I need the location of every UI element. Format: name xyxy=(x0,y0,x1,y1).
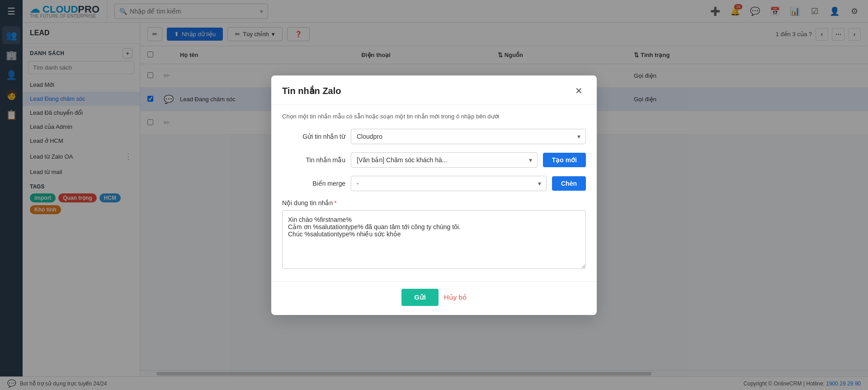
modal-header: Tin nhắn Zalo ✕ xyxy=(271,75,597,105)
modal-footer: Gửi Hủy bỏ xyxy=(271,281,597,315)
cancel-button[interactable]: Hủy bỏ xyxy=(444,293,467,301)
modal-title: Tin nhắn Zalo xyxy=(282,85,341,96)
label-template: Tin nhắn mẫu xyxy=(282,156,345,164)
merge-select[interactable]: - xyxy=(351,176,547,191)
message-textarea[interactable] xyxy=(282,210,586,269)
from-select-wrapper[interactable]: Cloudpro xyxy=(351,129,586,144)
label-from: Gửi tin nhắn từ xyxy=(282,133,345,140)
modal-close-button[interactable]: ✕ xyxy=(571,84,586,98)
insert-merge-button[interactable]: Chèn xyxy=(552,176,586,191)
create-template-button[interactable]: Tạo mới xyxy=(543,153,586,167)
modal-hint: Chọn một tin nhắn mẫu có sẵn hoặc soạn m… xyxy=(282,113,586,120)
template-select[interactable]: [Văn bản] Chăm sóc khách hà... xyxy=(351,152,538,168)
from-select[interactable]: Cloudpro xyxy=(351,129,586,144)
form-row-template: Tin nhắn mẫu [Văn bản] Chăm sóc khách hà… xyxy=(282,152,586,168)
modal-overlay: Tin nhắn Zalo ✕ Chọn một tin nhắn mẫu có… xyxy=(0,0,868,390)
send-button[interactable]: Gửi xyxy=(401,289,439,306)
merge-select-wrapper[interactable]: - xyxy=(351,176,547,191)
modal-body: Chọn một tin nhắn mẫu có sẵn hoặc soạn m… xyxy=(271,105,597,281)
content-label: Nội dung tin nhắn* xyxy=(282,199,586,207)
label-merge: Biến merge xyxy=(282,180,345,187)
form-row-from: Gửi tin nhắn từ Cloudpro xyxy=(282,129,586,144)
content-section: Nội dung tin nhắn* xyxy=(282,199,586,270)
form-row-merge: Biến merge - Chèn xyxy=(282,176,586,191)
zalo-modal: Tin nhắn Zalo ✕ Chọn một tin nhắn mẫu có… xyxy=(271,75,597,315)
template-select-wrapper[interactable]: [Văn bản] Chăm sóc khách hà... xyxy=(351,152,538,168)
